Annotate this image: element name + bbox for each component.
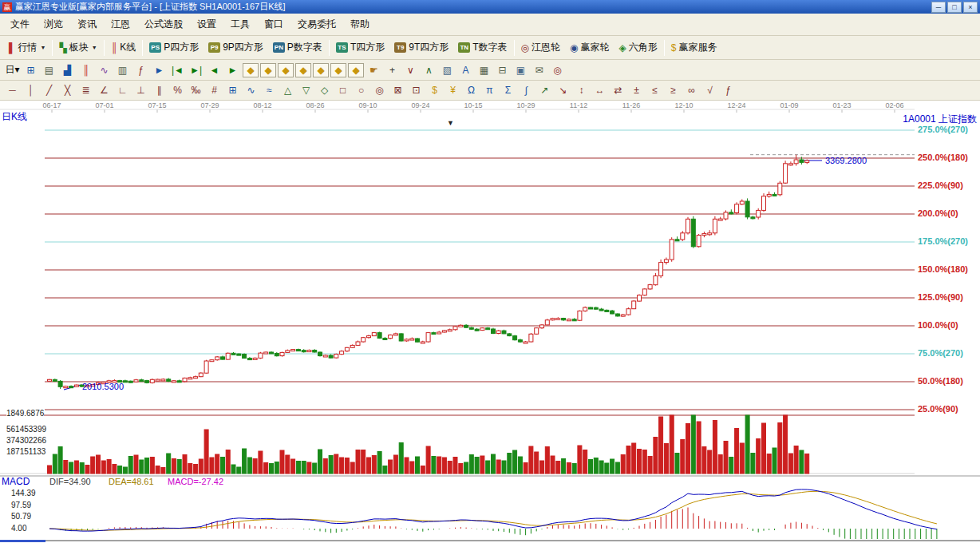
zigzag-up-icon[interactable]: ∧ — [420, 62, 438, 78]
gann-fan-tool[interactable]: ≣ — [77, 82, 95, 98]
next-bar-icon[interactable]: ► — [223, 62, 242, 78]
p-square-button[interactable]: PSP四方形 — [144, 39, 204, 56]
yuan-tool[interactable]: ¥ — [444, 82, 462, 98]
calendar-grid-icon[interactable]: ▦ — [475, 62, 493, 78]
gann-wheel-button[interactable]: ◎江恩轮 — [516, 39, 565, 56]
period-day-selector[interactable]: 日▾ — [3, 62, 22, 78]
wave-tool[interactable]: ∿ — [242, 82, 260, 98]
maximize-button[interactable]: □ — [947, 2, 962, 13]
grid-tool[interactable]: # — [205, 82, 223, 98]
bar-chart-icon[interactable]: ▟ — [58, 62, 77, 78]
menu-item-help[interactable]: 帮助 — [343, 14, 377, 35]
info-page-icon[interactable]: ▥ — [113, 62, 132, 78]
vertical-line-tool[interactable]: │ — [22, 82, 40, 98]
save-image-icon[interactable]: ▣ — [512, 62, 530, 78]
gann-tool-5-icon[interactable]: ◆ — [313, 63, 329, 77]
triangle-down-tool[interactable]: ▽ — [297, 82, 315, 98]
menu-item-settings[interactable]: 设置 — [190, 14, 223, 35]
sectors-button[interactable]: ▚板块▼ — [54, 39, 101, 56]
integral-tool[interactable]: ∫ — [517, 82, 535, 98]
nine-t-square-button[interactable]: T99T四方形 — [389, 39, 453, 56]
dollar-tool[interactable]: $ — [425, 82, 444, 98]
arrow-up-right-tool[interactable]: ↗ — [535, 82, 554, 98]
quotes-button[interactable]: ▌行情▼ — [4, 39, 50, 56]
window-grid-icon[interactable]: ⊞ — [22, 62, 40, 78]
winner-service-button[interactable]: $赢家服务 — [666, 39, 722, 56]
gann-tool-7-icon[interactable]: ◆ — [348, 63, 364, 77]
swap-tool[interactable]: ⇄ — [609, 82, 627, 98]
first-bar-icon[interactable]: |◄ — [168, 62, 187, 78]
close-button[interactable]: × — [963, 2, 978, 13]
horizontal-line-tool[interactable]: ─ — [3, 82, 22, 98]
diagonal-line-tool[interactable]: ╱ — [40, 82, 58, 98]
target-tool[interactable]: ◎ — [370, 82, 389, 98]
arrow-updown-tool[interactable]: ↕ — [572, 82, 591, 98]
menu-item-gann[interactable]: 江恩 — [104, 14, 137, 35]
annotation-letter-icon[interactable]: A — [456, 62, 475, 78]
p-number-table-button[interactable]: PNP数字表 — [268, 39, 327, 56]
winner-wheel-button[interactable]: ◉赢家轮 — [565, 39, 614, 56]
menu-item-window[interactable]: 窗口 — [257, 14, 290, 35]
gann-tool-4-icon[interactable]: ◆ — [295, 63, 311, 77]
scrollbar-thumb[interactable] — [0, 540, 45, 542]
volume-bar — [128, 457, 132, 474]
square-tool[interactable]: □ — [334, 82, 352, 98]
last-bar-icon[interactable]: ►| — [187, 62, 205, 78]
function-tool[interactable]: ƒ — [719, 82, 737, 98]
crosshair-tool-icon[interactable]: + — [383, 62, 401, 78]
hand-tool-icon[interactable]: ☛ — [365, 62, 383, 78]
t-number-table-button[interactable]: TNT数字表 — [453, 39, 512, 56]
greater-equal-tool[interactable]: ≥ — [664, 82, 682, 98]
triangle-up-tool[interactable]: △ — [279, 82, 297, 98]
prev-bar-icon[interactable]: ◄ — [205, 62, 223, 78]
candle-chart-icon[interactable]: ║ — [77, 62, 95, 78]
band-icon[interactable]: ▧ — [438, 62, 456, 78]
less-equal-tool[interactable]: ≤ — [646, 82, 664, 98]
flag-run-icon[interactable]: ► — [150, 62, 168, 78]
gann-tool-6-icon[interactable]: ◆ — [330, 63, 346, 77]
plus-minus-tool[interactable]: ± — [627, 82, 646, 98]
wheel-small-icon[interactable]: ◎ — [548, 62, 567, 78]
hexagon-button[interactable]: ◈六角形 — [614, 39, 662, 56]
t-square-button[interactable]: TST四方形 — [331, 39, 389, 56]
trend-line-icon[interactable]: ∿ — [95, 62, 113, 78]
menu-item-trade-order[interactable]: 交易委托 — [290, 14, 343, 35]
box-x-tool[interactable]: ⊠ — [389, 82, 407, 98]
gann-tool-2-icon[interactable]: ◆ — [260, 63, 276, 77]
approx-tool[interactable]: ≈ — [260, 82, 279, 98]
circle-tool[interactable]: ○ — [352, 82, 370, 98]
perpendicular-tool[interactable]: ⊥ — [132, 82, 150, 98]
minimize-button[interactable]: ─ — [931, 2, 946, 13]
zigzag-down-icon[interactable]: ∨ — [401, 62, 420, 78]
percent-tool[interactable]: % — [168, 82, 187, 98]
menu-item-news[interactable]: 资讯 — [70, 14, 104, 35]
omega-tool[interactable]: Ω — [462, 82, 480, 98]
menu-item-tools[interactable]: 工具 — [223, 14, 257, 35]
parallel-lines-tool[interactable]: ∥ — [150, 82, 168, 98]
infinity-tool[interactable]: ∞ — [682, 82, 701, 98]
nine-p-square-button[interactable]: P99P四方形 — [204, 39, 268, 56]
menu-item-formula-screener[interactable]: 公式选股 — [137, 14, 190, 35]
formula-icon[interactable]: ƒ — [132, 62, 150, 78]
menu-item-browse[interactable]: 浏览 — [37, 14, 70, 35]
root-tool[interactable]: √ — [701, 82, 719, 98]
cross-line-tool[interactable]: ╳ — [58, 82, 77, 98]
pi-tool[interactable]: π — [480, 82, 499, 98]
square-grid-tool[interactable]: ⊞ — [223, 82, 242, 98]
angle-tool[interactable]: ∠ — [95, 82, 113, 98]
quote-page-icon[interactable]: ▤ — [40, 62, 58, 78]
permille-tool[interactable]: ‰ — [187, 82, 205, 98]
right-angle-tool[interactable]: ∟ — [113, 82, 132, 98]
gann-tool-1-icon[interactable]: ◆ — [243, 63, 259, 77]
kline-button[interactable]: ║K线 — [106, 39, 141, 56]
gann-tool-3-icon[interactable]: ◆ — [278, 63, 294, 77]
data-table-icon[interactable]: ⊟ — [493, 62, 512, 78]
arrow-down-right-tool[interactable]: ↘ — [554, 82, 572, 98]
sigma-tool[interactable]: Σ — [499, 82, 517, 98]
mail-icon[interactable]: ✉ — [530, 62, 548, 78]
diamond-tool[interactable]: ◇ — [315, 82, 334, 98]
box-dot-tool[interactable]: ⊡ — [407, 82, 425, 98]
menu-item-file[interactable]: 文件 — [3, 14, 37, 35]
volume-bar — [383, 466, 387, 474]
arrow-leftright-tool[interactable]: ↔ — [591, 82, 609, 98]
